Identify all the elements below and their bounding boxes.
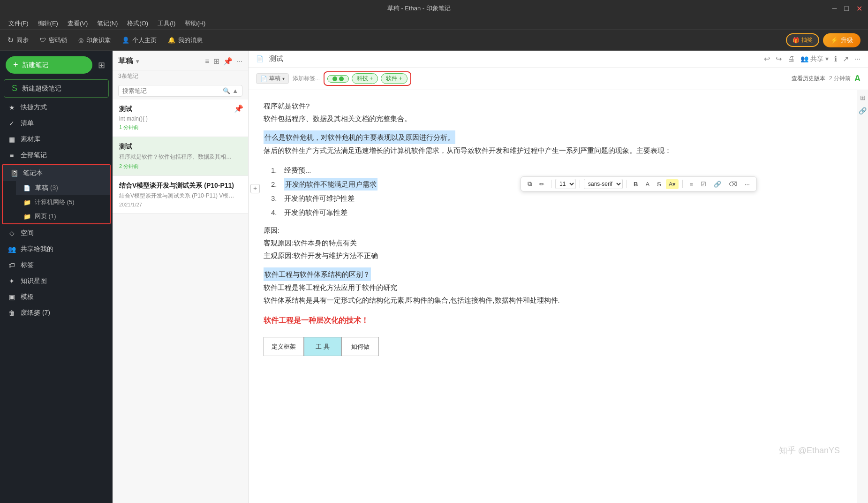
- sidebar-notebook-drafts[interactable]: 📄 草稿 (3): [16, 181, 110, 195]
- info-icon[interactable]: ℹ: [834, 54, 837, 63]
- diagram-box-0: 定义框架: [264, 337, 304, 356]
- view-toggle-icon[interactable]: ⊞: [213, 57, 219, 66]
- list-item-3: 4. 开发的软件可靠性差: [271, 206, 842, 219]
- sidebar-notebook-web[interactable]: 📁 网页 (1): [16, 209, 110, 223]
- add-block-btn[interactable]: +: [250, 184, 260, 193]
- sidebar-item-materials[interactable]: ▦ 素材库: [0, 131, 113, 147]
- editor-notebook-icon: 📄: [256, 55, 264, 62]
- chevron-down-icon[interactable]: ▾: [136, 58, 139, 65]
- new-super-note-btn[interactable]: S 新建超级笔记: [4, 79, 109, 98]
- lottery-btn[interactable]: 🎁 抽奖: [786, 33, 819, 47]
- sync-btn[interactable]: ↻ 同步: [8, 36, 29, 45]
- add-tag-label[interactable]: 添加标签...: [293, 75, 320, 83]
- highlight-btn[interactable]: A▾: [666, 179, 679, 189]
- upgrade-label: 升级: [841, 36, 853, 45]
- content-line7: 主观原因:软件开发与维护方法不正确: [264, 249, 842, 262]
- erase-btn[interactable]: ⌫: [726, 179, 740, 189]
- sidebar-item-shortcuts[interactable]: ★ 快捷方式: [0, 99, 113, 115]
- link-btn[interactable]: 🔗: [711, 179, 724, 189]
- note-search-input[interactable]: [122, 87, 223, 94]
- note-item-0[interactable]: 📌 测试 int main(){ } 1 分钟前: [113, 99, 248, 137]
- note-item-2[interactable]: 结合V模型谈开发与测试关系 (P10-P11) 结合V模型谈开发与测试关系 (P…: [113, 176, 248, 213]
- badge-chevron-icon: ▾: [282, 76, 285, 81]
- panel-link-icon[interactable]: 🔗: [859, 107, 867, 114]
- menu-edit[interactable]: 编辑(E): [33, 18, 63, 29]
- share-btn[interactable]: 👥 共享 ▾: [800, 55, 829, 63]
- menu-format[interactable]: 格式(O): [122, 18, 153, 29]
- history-link[interactable]: 查看历史版本: [792, 75, 825, 83]
- checklist-btn[interactable]: ☑: [698, 179, 709, 189]
- maximize-btn[interactable]: □: [844, 4, 849, 13]
- trash-icon: 🗑: [8, 309, 16, 317]
- sidebar-item-shared[interactable]: 👥 共享给我的: [0, 241, 113, 257]
- tag-tech[interactable]: 科技 +: [352, 73, 378, 84]
- imp-icon: ◎: [78, 37, 83, 44]
- list-text-0: 经费预...: [284, 164, 311, 176]
- tag-highlight-area: 科技 + 软件 +: [324, 71, 411, 86]
- sidebar-item-knowledge[interactable]: ✦ 知识星图: [0, 273, 113, 289]
- menu-bar: 文件(F) 编辑(E) 查看(V) 笔记(N) 格式(O) 工具(I) 帮助(H…: [0, 17, 868, 30]
- sidebar-item-trash[interactable]: 🗑 废纸篓 (7): [0, 305, 113, 321]
- font-color-btn[interactable]: A: [642, 179, 652, 189]
- msg-btn[interactable]: 🔔 我的消息: [168, 36, 203, 45]
- lock-label: 密码锁: [49, 36, 67, 45]
- lottery-label: 抽奖: [801, 36, 813, 44]
- profile-btn[interactable]: 👤 个人主页: [122, 36, 157, 45]
- close-btn[interactable]: ✕: [856, 4, 862, 13]
- text-style-icon[interactable]: A: [854, 74, 860, 84]
- print-icon[interactable]: 🖨: [787, 55, 795, 63]
- menu-view[interactable]: 查看(V): [63, 18, 92, 29]
- new-note-label: 新建笔记: [22, 61, 48, 69]
- new-note-btn[interactable]: + 新建笔记: [6, 56, 92, 74]
- list-text-1: 开发的软件不能满足用户需求: [284, 178, 377, 191]
- more-options-icon[interactable]: ···: [236, 57, 242, 66]
- notebook-badge[interactable]: 📄 草稿 ▾: [256, 73, 289, 84]
- imp-btn[interactable]: ◎ 印象识堂: [78, 36, 111, 45]
- sidebar-item-checklist[interactable]: ✓ 清单: [0, 115, 113, 131]
- note-list-header: 草稿 ▾ ≡ ⊞ 📌 ···: [113, 51, 248, 70]
- list-text-3: 开发的软件可靠性差: [284, 206, 347, 219]
- minimize-btn[interactable]: ─: [832, 5, 837, 12]
- upgrade-btn[interactable]: ⚡ 升级: [823, 33, 860, 47]
- sidebar-item-template[interactable]: ▣ 模板: [0, 289, 113, 305]
- panel-table-icon[interactable]: ⊞: [860, 94, 866, 101]
- more-format-btn[interactable]: ···: [742, 179, 753, 189]
- float-pen-btn[interactable]: ✏: [536, 179, 547, 189]
- sort-icon[interactable]: ≡: [205, 57, 209, 66]
- font-family-select[interactable]: sans-serif: [584, 179, 623, 189]
- external-share-icon[interactable]: ↗: [843, 54, 849, 63]
- sidebar-notebook-network[interactable]: 📁 计算机网络 (5): [16, 195, 110, 209]
- list-btn[interactable]: ≡: [687, 179, 696, 189]
- float-copy-btn[interactable]: ⧉: [525, 179, 535, 189]
- font-size-select[interactable]: 11121416: [555, 179, 576, 189]
- grid-view-btn[interactable]: ⊞: [96, 58, 107, 72]
- strikethrough-btn[interactable]: S: [654, 179, 664, 189]
- note-search-bar[interactable]: 🔍 ▲: [118, 85, 242, 97]
- menu-note[interactable]: 笔记(N): [92, 18, 122, 29]
- super-note-icon: S: [12, 84, 17, 93]
- tag-software[interactable]: 软件 +: [381, 73, 407, 84]
- pin-icon[interactable]: 📌: [223, 57, 233, 66]
- note-item-1[interactable]: 测试 程序就是软件？软件包括程序、数据及其相关文档的完整集合。什么是软件危机,对…: [113, 137, 248, 176]
- separator3: [626, 180, 627, 188]
- sidebar-item-tags[interactable]: 🏷 标签: [0, 257, 113, 273]
- lock-btn[interactable]: 🛡 密码锁: [40, 36, 67, 45]
- check-icon: ✓: [8, 120, 16, 127]
- menu-tools[interactable]: 工具(I): [153, 18, 180, 29]
- menu-help[interactable]: 帮助(H): [180, 18, 210, 29]
- list-item-0: 1. 经费预...: [271, 164, 842, 176]
- search-expand-icon[interactable]: ▲: [232, 87, 238, 94]
- sidebar-item-space[interactable]: ◇ 空间: [0, 225, 113, 241]
- bold-btn[interactable]: B: [631, 179, 641, 189]
- more-icon[interactable]: ···: [854, 55, 860, 63]
- tag-tech-label: 科技 +: [357, 75, 373, 83]
- redo-btn[interactable]: ↪: [776, 54, 782, 63]
- menu-file[interactable]: 文件(F): [4, 18, 33, 29]
- undo-btn[interactable]: ↩: [764, 54, 770, 63]
- sidebar-notebook-label: 笔记本: [23, 169, 43, 177]
- editor-content-area[interactable]: + 程序就是软件? 软件包括程序、数据及其相关文档的完整集合。 什么是软件危机，…: [249, 90, 857, 503]
- sidebar-item-all-notes[interactable]: ≡ 全部笔记: [0, 147, 113, 163]
- sidebar-item-notebook[interactable]: 📓 笔记本: [3, 165, 110, 181]
- float-format-toolbar: ⧉ ✏ 11121416 sans-serif B A S A▾ ≡ ☑ 🔗: [521, 176, 757, 191]
- tag-green[interactable]: [327, 75, 349, 83]
